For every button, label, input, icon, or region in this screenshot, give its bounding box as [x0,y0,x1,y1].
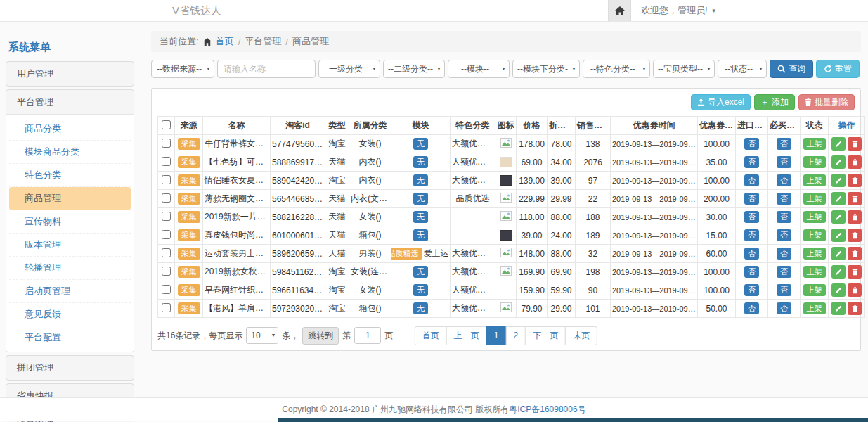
pager-button-上一页[interactable]: 上一页 [446,326,487,345]
sidebar-subitem-商品分类[interactable]: 商品分类 [9,117,131,141]
delete-button[interactable] [848,302,862,315]
edit-button[interactable] [831,155,846,169]
delete-button[interactable] [848,229,862,242]
edit-button[interactable] [831,137,846,151]
search-input[interactable] [217,60,316,78]
filter-select---模块--[interactable]: --模块-- [448,60,510,78]
pager-button-首页[interactable]: 首页 [415,326,447,345]
status-badge[interactable]: 上架 [803,156,826,168]
must-buy-toggle[interactable]: 否 [777,193,791,205]
status-badge[interactable]: 上架 [803,284,826,296]
edit-button[interactable] [831,229,846,242]
home-button[interactable] [608,0,631,21]
delete-button[interactable] [848,137,862,151]
per-page-select[interactable]: 10 [246,327,278,344]
pager-button-下一页[interactable]: 下一页 [525,326,566,345]
filter-select---宝贝类型--[interactable]: --宝贝类型-- [653,60,715,78]
import-excel-button[interactable]: 导入excel [691,94,751,110]
pager-button-1[interactable]: 1 [486,326,507,345]
sidebar-subitem-特色分类[interactable]: 特色分类 [9,164,131,187]
sidebar-subitem-轮播管理[interactable]: 轮播管理 [9,257,131,280]
row-checkbox[interactable] [162,303,171,312]
status-badge[interactable]: 上架 [803,138,826,150]
filter-select---二级分类--[interactable]: --二级分类-- [383,60,445,78]
delete-button[interactable] [848,247,862,260]
sidebar-subitem-模块商品分类[interactable]: 模块商品分类 [9,141,131,164]
row-checkbox[interactable] [162,175,171,184]
row-checkbox[interactable] [162,157,171,166]
search-button[interactable]: 查询 [770,60,813,78]
edit-button[interactable] [831,192,846,205]
import-select-toggle[interactable]: 否 [744,266,759,278]
status-badge[interactable]: 上架 [803,302,826,314]
must-buy-toggle[interactable]: 否 [777,138,791,150]
delete-button[interactable] [848,174,862,187]
add-button[interactable]: ＋ 添加 [754,94,795,110]
sidebar-subitem-平台配置[interactable]: 平台配置 [9,326,131,349]
edit-button[interactable] [831,283,846,297]
sidebar-subitem-宣传物料[interactable]: 宣传物料 [9,210,131,234]
delete-button[interactable] [848,265,862,279]
sidebar-subitem-启动页管理[interactable]: 启动页管理 [9,280,131,303]
status-badge[interactable]: 上架 [803,248,826,260]
status-badge[interactable]: 上架 [803,211,826,223]
must-buy-toggle[interactable]: 否 [777,156,791,168]
filter-select---状态--[interactable]: --状态-- [718,60,767,78]
batch-delete-button[interactable]: 批量删除 [798,94,855,110]
sidebar-item-用户管理[interactable]: 用户管理 [6,62,134,86]
must-buy-toggle[interactable]: 否 [777,266,791,278]
user-menu[interactable]: 欢迎您，管理员! ▼ [631,4,727,17]
delete-button[interactable] [848,283,862,297]
jump-button[interactable]: 跳转到 [302,327,339,345]
row-checkbox[interactable] [162,285,171,294]
edit-button[interactable] [831,247,846,260]
import-select-toggle[interactable]: 否 [744,284,759,296]
sidebar-item-平台管理[interactable]: 平台管理 [6,90,134,114]
select-all-checkbox[interactable] [162,120,171,129]
status-badge[interactable]: 上架 [803,266,826,278]
breadcrumb-home-link[interactable]: 首页 [216,35,234,48]
must-buy-toggle[interactable]: 否 [777,174,791,186]
filter-select-一级分类[interactable]: 一级分类 [318,60,380,78]
row-checkbox[interactable] [162,230,171,239]
edit-button[interactable] [831,302,846,315]
reset-button[interactable]: 重置 [816,60,860,78]
import-select-toggle[interactable]: 否 [744,302,759,314]
pager-button-2[interactable]: 2 [506,326,526,345]
row-checkbox[interactable] [162,193,171,203]
import-select-toggle[interactable]: 否 [744,229,759,241]
import-select-toggle[interactable]: 否 [744,174,759,186]
import-select-toggle[interactable]: 否 [744,156,759,168]
filter-select---特色分类--[interactable]: --特色分类-- [583,60,650,78]
import-select-toggle[interactable]: 否 [744,248,759,260]
jump-page-input[interactable] [354,327,381,344]
status-badge[interactable]: 上架 [803,174,826,186]
pager-button-末页[interactable]: 末页 [565,326,597,345]
edit-button[interactable] [831,265,846,279]
edit-button[interactable] [831,174,846,187]
sidebar-item-拼团管理[interactable]: 拼团管理 [6,356,134,380]
delete-button[interactable] [848,192,862,205]
must-buy-toggle[interactable]: 否 [777,302,791,314]
must-buy-toggle[interactable]: 否 [777,229,791,241]
must-buy-toggle[interactable]: 否 [777,284,791,296]
delete-button[interactable] [848,155,862,169]
status-badge[interactable]: 上架 [803,193,826,205]
edit-button[interactable] [831,210,846,224]
status-badge[interactable]: 上架 [803,229,826,241]
filter-select---模块下分类--[interactable]: --模块下分类-- [512,60,580,78]
sidebar-subitem-意见反馈[interactable]: 意见反馈 [9,303,131,326]
must-buy-toggle[interactable]: 否 [777,248,791,260]
row-checkbox[interactable] [162,212,171,221]
row-checkbox[interactable] [162,267,171,276]
icp-link[interactable]: 粤ICP备16098006号 [509,404,585,416]
sidebar-subitem-版本管理[interactable]: 版本管理 [9,234,131,257]
delete-button[interactable] [848,210,862,224]
filter-select---数据来源--[interactable]: --数据来源-- [151,60,214,78]
row-checkbox[interactable] [162,248,171,257]
must-buy-toggle[interactable]: 否 [777,211,791,223]
row-checkbox[interactable] [162,139,171,148]
import-select-toggle[interactable]: 否 [744,211,759,223]
import-select-toggle[interactable]: 否 [744,138,759,150]
import-select-toggle[interactable]: 否 [744,193,759,205]
